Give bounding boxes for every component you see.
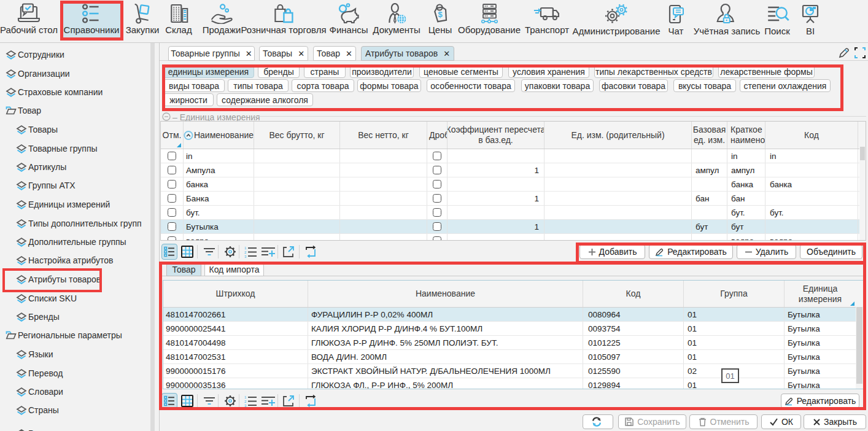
svg-text:2: 2: [244, 250, 247, 254]
svg-text:1: 1: [244, 246, 247, 250]
svg-text:3: 3: [244, 255, 247, 258]
svg-text:$: $: [438, 10, 443, 19]
